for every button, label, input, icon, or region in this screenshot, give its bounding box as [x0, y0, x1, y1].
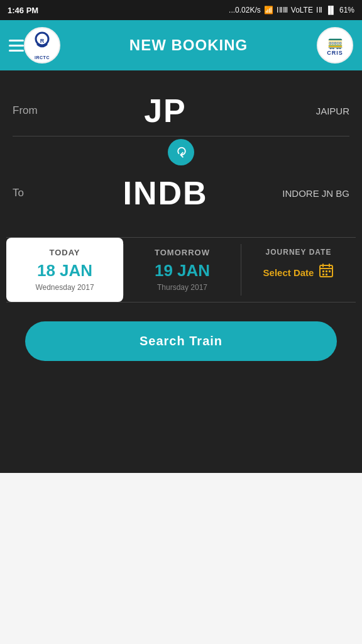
main-content: From JP JAIPUR ⟳ To INDB INDORE JN BG TO…	[0, 70, 362, 473]
status-bar: 1:46 PM ...0.02K/s 📶 ⅠⅡⅢ VoLTE ⅠⅡ ▐▌ 61%	[0, 0, 362, 20]
battery-percent: 61%	[339, 6, 354, 14]
cris-badge[interactable]: 🚃 CRIS	[317, 27, 353, 64]
svg-rect-10	[326, 274, 327, 275]
to-station-name: INDORE JN BG	[261, 188, 349, 199]
to-label: To	[13, 187, 69, 199]
journey-date-select[interactable]: Select Date	[248, 263, 349, 282]
svg-rect-9	[322, 274, 324, 275]
calendar-icon	[319, 263, 334, 282]
from-row[interactable]: From JP JAIPUR	[13, 86, 349, 136]
tomorrow-card[interactable]: TOMORROW 19 JAN Thursday 2017	[124, 238, 241, 302]
volte-label: VoLTE	[291, 6, 313, 14]
hamburger-line-2	[9, 45, 24, 47]
hamburger-line-3	[9, 50, 24, 52]
svg-text:R: R	[40, 38, 45, 45]
battery-icon: ▐▌	[326, 6, 336, 14]
swap-icon: ⟳	[173, 147, 189, 158]
tomorrow-sub: Thursday 2017	[131, 283, 233, 292]
signal-icon: ⅠⅡⅢ	[277, 6, 288, 14]
wifi-icon: 📶	[264, 6, 273, 14]
irctc-text: IRCTC	[31, 55, 53, 60]
lower-area	[0, 473, 362, 644]
cris-train-icon: 🚃	[327, 35, 343, 50]
search-train-button[interactable]: Search Train	[25, 321, 337, 361]
irctc-logo-icon: R	[31, 30, 53, 53]
today-sub: Wednesday 2017	[14, 283, 116, 292]
svg-rect-6	[322, 270, 324, 272]
hamburger-menu[interactable]	[9, 40, 24, 52]
journey-date-card[interactable]: JOURNEY DATE Select Date	[241, 238, 356, 302]
to-row[interactable]: To INDB INDORE JN BG	[13, 168, 349, 218]
today-card[interactable]: TODAY 18 JAN Wednesday 2017	[6, 238, 123, 302]
header-title: NEW BOOKING	[60, 36, 317, 54]
app-header: R IRCTC NEW BOOKING 🚃 CRIS	[0, 20, 362, 70]
tomorrow-label: TOMORROW	[131, 248, 233, 257]
status-indicators: ...0.02K/s 📶 ⅠⅡⅢ VoLTE ⅠⅡ ▐▌ 61%	[229, 6, 354, 14]
svg-rect-7	[326, 270, 327, 272]
tomorrow-date: 19 JAN	[131, 261, 233, 280]
date-section: TODAY 18 JAN Wednesday 2017 TOMORROW 19 …	[6, 237, 356, 303]
from-label: From	[13, 104, 69, 117]
irctc-logo: R IRCTC	[24, 27, 60, 64]
status-time: 1:46 PM	[8, 6, 38, 15]
from-divider	[13, 136, 349, 136]
svg-rect-8	[329, 270, 331, 272]
today-date: 18 JAN	[14, 261, 116, 280]
hamburger-line-1	[9, 40, 24, 42]
signal2-icon: ⅠⅡ	[316, 6, 322, 14]
route-section: From JP JAIPUR ⟳ To INDB INDORE JN BG	[0, 70, 362, 225]
search-button-container: Search Train	[0, 303, 362, 374]
swap-button[interactable]: ⟳	[168, 139, 194, 165]
select-date-text: Select Date	[263, 267, 314, 278]
cris-text: CRIS	[327, 50, 343, 56]
network-speed: ...0.02K/s	[229, 6, 261, 14]
from-code: JP	[69, 92, 261, 130]
journey-date-label: JOURNEY DATE	[248, 248, 349, 257]
swap-container: ⟳	[13, 139, 349, 165]
from-station-name: JAIPUR	[261, 106, 349, 116]
to-code: INDB	[69, 174, 261, 212]
today-label: TODAY	[14, 248, 116, 257]
